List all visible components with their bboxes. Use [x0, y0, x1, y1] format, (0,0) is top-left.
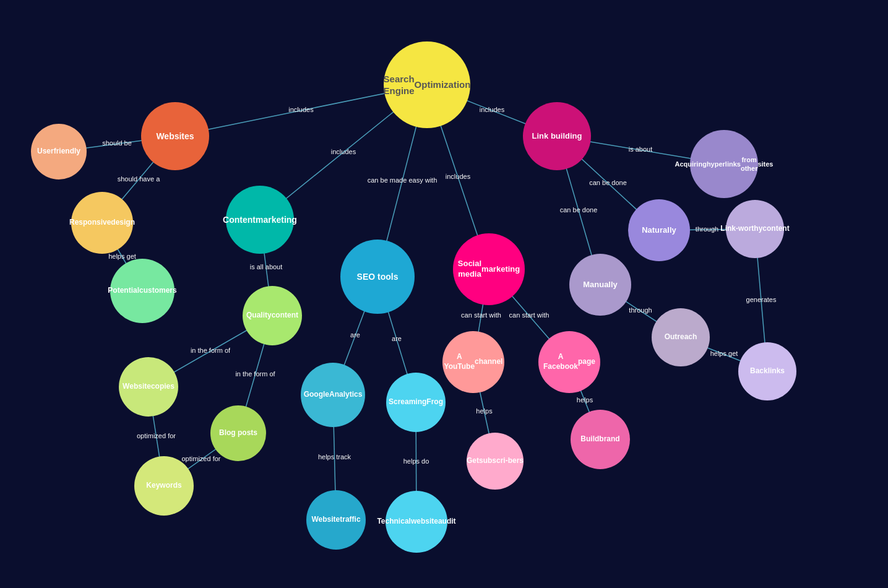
node-technicalaudit: Technicalwebsiteaudit: [386, 491, 447, 553]
node-websitecopies: Websitecopies: [119, 357, 178, 417]
svg-text:generates: generates: [746, 296, 777, 303]
node-label-websitecopies: Website: [123, 382, 151, 392]
node-seotools: SEO tools: [340, 240, 415, 314]
svg-text:includes: includes: [331, 148, 356, 155]
node-facebook: A Facebookpage: [538, 331, 600, 393]
node-label-linkbuilding: Link building: [532, 131, 582, 142]
node-label-seotools: SEO tools: [357, 271, 399, 282]
node-linkworthy: Link-worthycontent: [726, 200, 784, 258]
node-buildbrand: Buildbrand: [571, 410, 630, 469]
node-seo: Search EngineOptimization: [384, 41, 470, 128]
node-label-userfriendly: friendly: [54, 147, 80, 157]
node-label-quality: content: [272, 311, 298, 321]
node-label-googleanalytics: Analytics: [329, 390, 362, 400]
node-label-social: marketing: [481, 264, 520, 275]
node-googleanalytics: GoogleAnalytics: [301, 363, 365, 427]
svg-text:should be: should be: [102, 139, 132, 147]
node-label-websitetraffic: Website: [311, 515, 340, 525]
node-label-acquiring: Acquiring: [675, 160, 707, 168]
node-websites: Websites: [141, 102, 209, 170]
node-linkbuilding: Link building: [523, 102, 591, 170]
node-label-content: marketing: [256, 214, 297, 225]
node-acquiring: Acquiringhyperlinksfrom othersites: [690, 130, 758, 198]
node-label-userfriendly: User: [37, 147, 54, 157]
svg-text:helps do: helps do: [403, 457, 429, 465]
node-label-linkworthy: content: [762, 224, 789, 234]
node-label-websites: Websites: [156, 131, 194, 142]
node-label-acquiring: sites: [757, 160, 773, 168]
svg-text:includes: includes: [288, 106, 314, 113]
node-social: Social mediamarketing: [453, 233, 525, 305]
node-label-screamingfrog: Frog: [426, 397, 443, 407]
node-keywords: Keywords: [134, 456, 194, 516]
node-label-linkworthy: worthy: [738, 224, 762, 234]
node-label-potential: Potential: [108, 286, 139, 296]
node-label-youtube: A YouTube: [444, 352, 475, 371]
node-label-youtube: channel: [475, 357, 502, 367]
mindmap-canvas: includesincludescan be made easy withinc…: [0, 0, 888, 588]
node-label-seo: Optimization: [415, 79, 471, 91]
svg-text:through: through: [696, 225, 718, 233]
svg-text:in the form of: in the form of: [235, 370, 275, 378]
svg-text:optimized for: optimized for: [182, 455, 221, 462]
node-content: Contentmarketing: [226, 186, 294, 254]
svg-text:can be made easy with: can be made easy with: [368, 176, 438, 184]
node-outreach: Outreach: [652, 308, 710, 366]
node-label-responsive: design: [111, 218, 135, 228]
node-label-potential: customers: [139, 286, 177, 296]
node-label-seo: Search Engine: [384, 73, 415, 97]
svg-text:includes: includes: [446, 173, 471, 180]
svg-text:optimized for: optimized for: [137, 432, 176, 439]
node-label-backlinks: Backlinks: [750, 366, 785, 376]
node-websitetraffic: Websitetraffic: [306, 490, 366, 550]
node-youtube: A YouTubechannel: [442, 331, 504, 393]
svg-text:can be done: can be done: [589, 179, 627, 186]
node-potential: Potentialcustomers: [110, 259, 175, 323]
svg-text:can start with: can start with: [509, 311, 550, 319]
node-label-blogposts: Blog posts: [219, 428, 257, 438]
node-responsive: Responsivedesign: [71, 192, 133, 254]
node-backlinks: Backlinks: [738, 342, 796, 400]
node-label-linkworthy: Link-: [720, 224, 738, 234]
node-label-websitecopies: copies: [151, 382, 175, 392]
svg-text:are: are: [350, 331, 360, 339]
node-label-buildbrand: brand: [599, 435, 619, 444]
node-label-social: Social media: [458, 259, 481, 280]
svg-text:can start with: can start with: [461, 311, 501, 319]
node-blogposts: Blog posts: [210, 405, 266, 461]
svg-text:through: through: [629, 306, 652, 314]
node-label-googleanalytics: Google: [304, 390, 329, 400]
node-naturally: Naturally: [628, 199, 690, 261]
svg-text:includes: includes: [480, 106, 505, 113]
node-label-content: Content: [223, 214, 256, 225]
node-label-acquiring: from other: [741, 155, 758, 173]
node-userfriendly: Userfriendly: [31, 124, 87, 179]
node-label-websitetraffic: traffic: [340, 515, 360, 525]
node-label-screamingfrog: Screaming: [389, 397, 426, 407]
node-label-facebook: page: [578, 357, 595, 367]
node-label-facebook: A Facebook: [543, 352, 578, 371]
node-label-technicalaudit: website: [411, 517, 438, 527]
node-label-buildbrand: Build: [580, 435, 599, 444]
node-screamingfrog: ScreamingFrog: [386, 373, 446, 432]
svg-text:should have a: should have a: [118, 175, 160, 183]
node-label-manually: Manually: [583, 280, 618, 290]
node-label-quality: Quality: [246, 311, 272, 321]
svg-text:helps: helps: [476, 407, 493, 415]
node-label-getsubscribers: subscri-: [479, 456, 508, 466]
svg-text:helps: helps: [577, 396, 593, 404]
svg-text:can be done: can be done: [560, 206, 598, 214]
node-label-technicalaudit: Technical: [377, 517, 410, 527]
svg-text:are: are: [392, 335, 402, 342]
node-label-responsive: Responsive: [69, 218, 111, 228]
svg-text:is all about: is all about: [250, 263, 283, 270]
svg-text:in the form of: in the form of: [191, 347, 231, 354]
node-getsubscribers: Getsubscri-bers: [467, 433, 524, 490]
node-label-getsubscribers: Get: [467, 456, 479, 466]
node-label-getsubscribers: bers: [508, 456, 524, 466]
node-label-technicalaudit: audit: [438, 517, 456, 527]
svg-text:helps get: helps get: [108, 253, 136, 260]
node-label-naturally: Naturally: [642, 225, 676, 236]
node-label-acquiring: hyperlinks: [707, 160, 741, 168]
svg-text:helps get: helps get: [710, 350, 738, 357]
